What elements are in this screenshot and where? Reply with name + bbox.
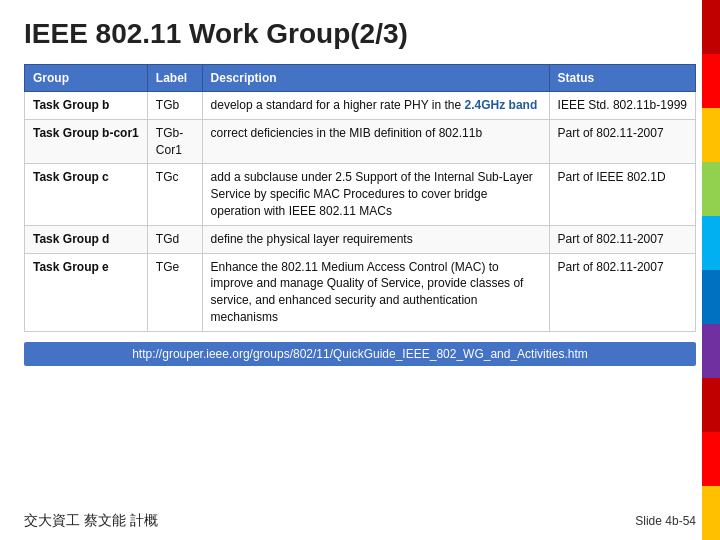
cell-description: correct deficiencies in the MIB definiti…	[202, 119, 549, 164]
col-header-group: Group	[25, 65, 148, 92]
table-header-row: Group Label Description Status	[25, 65, 696, 92]
cell-description: add a subclause under 2.5 Support of the…	[202, 164, 549, 225]
cell-label: TGc	[147, 164, 202, 225]
bottom-bar: 交大資工 蔡文能 計概 Slide 4b-54	[24, 512, 696, 530]
cell-description: define the physical layer requirements	[202, 225, 549, 253]
cell-status: Part of 802.11-2007	[549, 119, 695, 164]
cell-description: Enhance the 802.11 Medium Access Control…	[202, 253, 549, 331]
page-title: IEEE 802.11 Work Group(2/3)	[24, 18, 696, 50]
cell-label: TGd	[147, 225, 202, 253]
cell-status: Part of 802.11-2007	[549, 253, 695, 331]
table-row: Task Group cTGcadd a subclause under 2.5…	[25, 164, 696, 225]
col-header-description: Description	[202, 65, 549, 92]
col-header-status: Status	[549, 65, 695, 92]
cell-group: Task Group b-cor1	[25, 119, 148, 164]
table-row: Task Group eTGeEnhance the 802.11 Medium…	[25, 253, 696, 331]
page: IEEE 802.11 Work Group(2/3) Group Label …	[0, 0, 720, 540]
cell-status: Part of IEEE 802.1D	[549, 164, 695, 225]
side-decoration	[702, 0, 720, 540]
cell-label: TGe	[147, 253, 202, 331]
cell-group: Task Group e	[25, 253, 148, 331]
cell-description: develop a standard for a higher rate PHY…	[202, 92, 549, 120]
table-row: Task Group bTGbdevelop a standard for a …	[25, 92, 696, 120]
cell-label: TGb-Cor1	[147, 119, 202, 164]
table-row: Task Group dTGddefine the physical layer…	[25, 225, 696, 253]
cell-status: IEEE Std. 802.11b-1999	[549, 92, 695, 120]
cell-group: Task Group b	[25, 92, 148, 120]
cell-status: Part of 802.11-2007	[549, 225, 695, 253]
footer-link[interactable]: http://grouper.ieee.org/groups/802/11/Qu…	[24, 342, 696, 366]
bottom-left-text: 交大資工 蔡文能 計概	[24, 512, 158, 530]
col-header-label: Label	[147, 65, 202, 92]
slide-number: Slide 4b-54	[635, 514, 696, 528]
cell-group: Task Group d	[25, 225, 148, 253]
work-group-table: Group Label Description Status Task Grou…	[24, 64, 696, 332]
cell-label: TGb	[147, 92, 202, 120]
cell-group: Task Group c	[25, 164, 148, 225]
table-row: Task Group b-cor1TGb-Cor1correct deficie…	[25, 119, 696, 164]
